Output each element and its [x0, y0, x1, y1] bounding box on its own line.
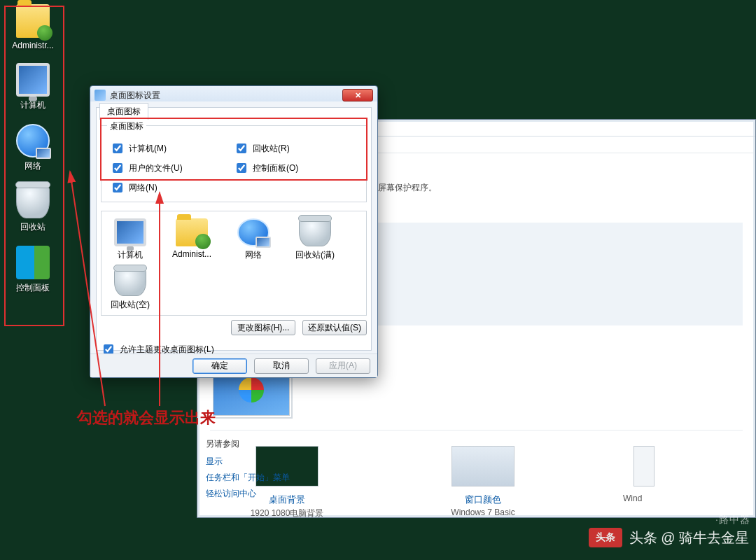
preview-admin[interactable]: Administ... [167, 218, 216, 261]
change-icon-button[interactable]: 更改图标(H)... [231, 320, 295, 335]
computer-icon [114, 218, 146, 246]
desktop-icon-admin[interactable]: Administr... [6, 4, 59, 50]
recycle-bin-full-icon [299, 218, 331, 246]
windows-orb-icon [239, 377, 264, 402]
group-desktop-icons: 桌面图标 计算机(M) 用户的文件(U) 网络(N) 回收站(R) 控制面板(O… [101, 125, 367, 202]
see-also-panel: 另请参阅 显示 任务栏和「开始」菜单 轻松访问中心 [206, 438, 353, 504]
icon-preview-box: 计算机 Administ... 网络 回收站(满) 回收站(空) [101, 211, 367, 316]
folder-icon [176, 218, 208, 246]
group-legend: 桌面图标 [107, 120, 146, 132]
computer-icon [16, 63, 50, 97]
globe-icon [237, 218, 270, 246]
close-button[interactable]: ✕ [342, 89, 373, 102]
watermark-toutiao: 头条 头条 @ 骑牛去金星 [589, 528, 749, 547]
preview-recycle-full[interactable]: 回收站(满) [290, 218, 340, 261]
desktop-icons: Administr... 计算机 网络 回收站 控制面板 [4, 4, 62, 294]
see-also-heading: 另请参阅 [206, 438, 353, 450]
link-ease-of-access[interactable]: 轻松访问中心 [206, 488, 353, 500]
control-panel-icon [16, 246, 50, 279]
restore-defaults-button[interactable]: 还原默认值(S) [302, 320, 367, 335]
desktop-icon-recycle[interactable]: 回收站 [6, 185, 59, 233]
preview-computer[interactable]: 计算机 [106, 218, 155, 261]
checkbox-control-panel[interactable]: 控制面板(O) [234, 161, 358, 175]
annotation-text: 勾选的就会显示出来 [77, 407, 216, 428]
link-display[interactable]: 显示 [206, 456, 353, 468]
checkbox-computer[interactable]: 计算机(M) [110, 141, 234, 155]
recycle-bin-empty-icon [114, 268, 146, 296]
recycle-bin-icon [16, 185, 50, 218]
user-icon [37, 25, 52, 41]
link-taskbar-start[interactable]: 任务栏和「开始」菜单 [206, 472, 353, 484]
apply-button[interactable]: 应用(A) [316, 358, 370, 374]
dialog-title-text: 桌面图标设置 [110, 90, 160, 102]
card-sound-clipped[interactable]: Wind [623, 446, 665, 503]
checkbox-network[interactable]: 网络(N) [110, 181, 234, 195]
globe-icon [16, 124, 50, 158]
watermark-small: ·路中器 [715, 514, 750, 526]
cancel-button[interactable]: 取消 [254, 358, 309, 374]
toutiao-logo-icon: 头条 [589, 528, 622, 547]
checkbox-user-files[interactable]: 用户的文件(U) [110, 161, 234, 175]
desktop-icon-computer[interactable]: 计算机 [6, 63, 59, 111]
dialog-titlebar[interactable]: 桌面图标设置 ✕ [90, 86, 377, 104]
desktop-icon-control-panel[interactable]: 控制面板 [6, 246, 59, 294]
checkbox-recycle-bin[interactable]: 回收站(R) [234, 141, 358, 155]
tab-desktop-icons[interactable]: 桌面图标 [99, 103, 148, 120]
desktop-icon-network[interactable]: 网络 [6, 124, 59, 172]
ok-button[interactable]: 确定 [192, 358, 247, 374]
desktop-icon-settings-dialog: 桌面图标设置 ✕ 桌面图标 桌面图标 计算机(M) 用户的文件(U) 网络(N)… [90, 85, 378, 378]
preview-recycle-empty[interactable]: 回收站(空) [106, 268, 155, 311]
preview-network[interactable]: 网络 [229, 218, 278, 261]
card-window-color[interactable]: 窗口颜色 Windows 7 Basic [427, 446, 539, 517]
dialog-title-icon [94, 90, 106, 101]
